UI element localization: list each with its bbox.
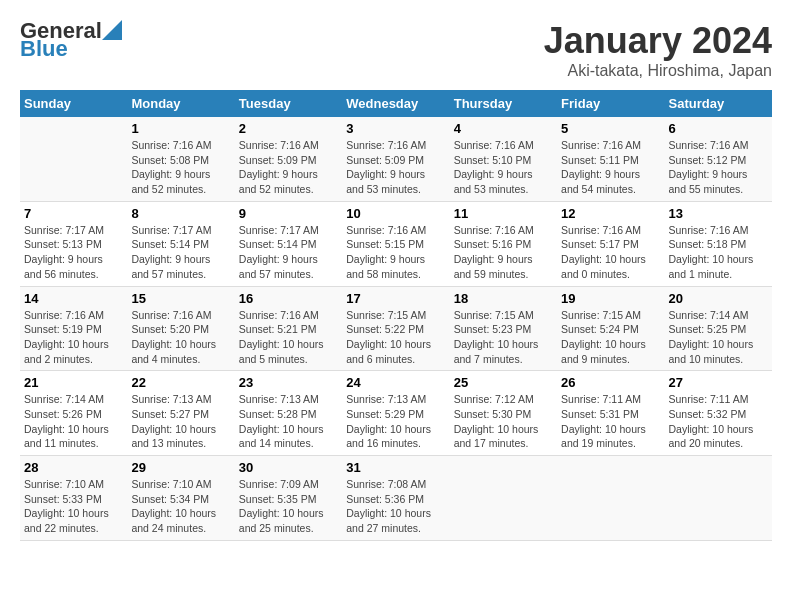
day-number: 28 (24, 460, 123, 475)
calendar-cell: 10Sunrise: 7:16 AM Sunset: 5:15 PM Dayli… (342, 201, 449, 286)
logo: General Blue (20, 20, 122, 60)
day-of-week-header: Thursday (450, 90, 557, 117)
day-number: 5 (561, 121, 660, 136)
day-info: Sunrise: 7:17 AM Sunset: 5:14 PM Dayligh… (131, 223, 230, 282)
day-number: 18 (454, 291, 553, 306)
calendar-cell: 3Sunrise: 7:16 AM Sunset: 5:09 PM Daylig… (342, 117, 449, 201)
day-info: Sunrise: 7:16 AM Sunset: 5:21 PM Dayligh… (239, 308, 338, 367)
calendar-cell (450, 456, 557, 541)
day-number: 19 (561, 291, 660, 306)
day-number: 9 (239, 206, 338, 221)
day-number: 29 (131, 460, 230, 475)
day-number: 20 (669, 291, 768, 306)
day-info: Sunrise: 7:15 AM Sunset: 5:24 PM Dayligh… (561, 308, 660, 367)
day-number: 30 (239, 460, 338, 475)
day-number: 12 (561, 206, 660, 221)
day-number: 3 (346, 121, 445, 136)
calendar-cell: 14Sunrise: 7:16 AM Sunset: 5:19 PM Dayli… (20, 286, 127, 371)
calendar-cell: 11Sunrise: 7:16 AM Sunset: 5:16 PM Dayli… (450, 201, 557, 286)
day-info: Sunrise: 7:16 AM Sunset: 5:12 PM Dayligh… (669, 138, 768, 197)
calendar-cell (665, 456, 772, 541)
day-number: 1 (131, 121, 230, 136)
day-info: Sunrise: 7:11 AM Sunset: 5:31 PM Dayligh… (561, 392, 660, 451)
day-info: Sunrise: 7:14 AM Sunset: 5:25 PM Dayligh… (669, 308, 768, 367)
day-info: Sunrise: 7:15 AM Sunset: 5:22 PM Dayligh… (346, 308, 445, 367)
day-number: 27 (669, 375, 768, 390)
calendar-cell (557, 456, 664, 541)
day-number: 7 (24, 206, 123, 221)
calendar-cell: 9Sunrise: 7:17 AM Sunset: 5:14 PM Daylig… (235, 201, 342, 286)
svg-marker-0 (102, 20, 122, 40)
day-number: 16 (239, 291, 338, 306)
calendar-cell: 27Sunrise: 7:11 AM Sunset: 5:32 PM Dayli… (665, 371, 772, 456)
calendar-cell: 19Sunrise: 7:15 AM Sunset: 5:24 PM Dayli… (557, 286, 664, 371)
calendar-cell: 23Sunrise: 7:13 AM Sunset: 5:28 PM Dayli… (235, 371, 342, 456)
day-of-week-header: Wednesday (342, 90, 449, 117)
day-info: Sunrise: 7:16 AM Sunset: 5:18 PM Dayligh… (669, 223, 768, 282)
logo-arrow-icon (102, 20, 122, 40)
day-info: Sunrise: 7:16 AM Sunset: 5:20 PM Dayligh… (131, 308, 230, 367)
page-header: General Blue January 2024 Aki-takata, Hi… (20, 20, 772, 80)
month-title: January 2024 (544, 20, 772, 62)
calendar-cell: 6Sunrise: 7:16 AM Sunset: 5:12 PM Daylig… (665, 117, 772, 201)
calendar-cell: 7Sunrise: 7:17 AM Sunset: 5:13 PM Daylig… (20, 201, 127, 286)
day-info: Sunrise: 7:16 AM Sunset: 5:19 PM Dayligh… (24, 308, 123, 367)
calendar-cell: 18Sunrise: 7:15 AM Sunset: 5:23 PM Dayli… (450, 286, 557, 371)
location-subtitle: Aki-takata, Hiroshima, Japan (544, 62, 772, 80)
calendar-table: SundayMondayTuesdayWednesdayThursdayFrid… (20, 90, 772, 541)
calendar-cell: 16Sunrise: 7:16 AM Sunset: 5:21 PM Dayli… (235, 286, 342, 371)
day-info: Sunrise: 7:08 AM Sunset: 5:36 PM Dayligh… (346, 477, 445, 536)
calendar-cell: 26Sunrise: 7:11 AM Sunset: 5:31 PM Dayli… (557, 371, 664, 456)
day-info: Sunrise: 7:10 AM Sunset: 5:34 PM Dayligh… (131, 477, 230, 536)
calendar-cell: 2Sunrise: 7:16 AM Sunset: 5:09 PM Daylig… (235, 117, 342, 201)
day-info: Sunrise: 7:10 AM Sunset: 5:33 PM Dayligh… (24, 477, 123, 536)
day-info: Sunrise: 7:14 AM Sunset: 5:26 PM Dayligh… (24, 392, 123, 451)
day-number: 11 (454, 206, 553, 221)
calendar-cell (20, 117, 127, 201)
day-info: Sunrise: 7:16 AM Sunset: 5:15 PM Dayligh… (346, 223, 445, 282)
day-info: Sunrise: 7:13 AM Sunset: 5:28 PM Dayligh… (239, 392, 338, 451)
calendar-cell: 25Sunrise: 7:12 AM Sunset: 5:30 PM Dayli… (450, 371, 557, 456)
day-info: Sunrise: 7:16 AM Sunset: 5:09 PM Dayligh… (346, 138, 445, 197)
day-info: Sunrise: 7:11 AM Sunset: 5:32 PM Dayligh… (669, 392, 768, 451)
day-of-week-header: Sunday (20, 90, 127, 117)
calendar-week-row: 28Sunrise: 7:10 AM Sunset: 5:33 PM Dayli… (20, 456, 772, 541)
calendar-cell: 21Sunrise: 7:14 AM Sunset: 5:26 PM Dayli… (20, 371, 127, 456)
calendar-cell: 1Sunrise: 7:16 AM Sunset: 5:08 PM Daylig… (127, 117, 234, 201)
day-number: 21 (24, 375, 123, 390)
calendar-cell: 8Sunrise: 7:17 AM Sunset: 5:14 PM Daylig… (127, 201, 234, 286)
day-info: Sunrise: 7:17 AM Sunset: 5:13 PM Dayligh… (24, 223, 123, 282)
calendar-cell: 29Sunrise: 7:10 AM Sunset: 5:34 PM Dayli… (127, 456, 234, 541)
calendar-week-row: 21Sunrise: 7:14 AM Sunset: 5:26 PM Dayli… (20, 371, 772, 456)
day-info: Sunrise: 7:13 AM Sunset: 5:27 PM Dayligh… (131, 392, 230, 451)
day-number: 4 (454, 121, 553, 136)
calendar-week-row: 1Sunrise: 7:16 AM Sunset: 5:08 PM Daylig… (20, 117, 772, 201)
calendar-cell: 31Sunrise: 7:08 AM Sunset: 5:36 PM Dayli… (342, 456, 449, 541)
calendar-cell: 15Sunrise: 7:16 AM Sunset: 5:20 PM Dayli… (127, 286, 234, 371)
calendar-header-row: SundayMondayTuesdayWednesdayThursdayFrid… (20, 90, 772, 117)
day-number: 24 (346, 375, 445, 390)
calendar-cell: 5Sunrise: 7:16 AM Sunset: 5:11 PM Daylig… (557, 117, 664, 201)
calendar-cell: 4Sunrise: 7:16 AM Sunset: 5:10 PM Daylig… (450, 117, 557, 201)
day-info: Sunrise: 7:12 AM Sunset: 5:30 PM Dayligh… (454, 392, 553, 451)
day-number: 23 (239, 375, 338, 390)
calendar-week-row: 14Sunrise: 7:16 AM Sunset: 5:19 PM Dayli… (20, 286, 772, 371)
calendar-cell: 20Sunrise: 7:14 AM Sunset: 5:25 PM Dayli… (665, 286, 772, 371)
day-number: 25 (454, 375, 553, 390)
day-info: Sunrise: 7:16 AM Sunset: 5:10 PM Dayligh… (454, 138, 553, 197)
day-of-week-header: Tuesday (235, 90, 342, 117)
title-block: January 2024 Aki-takata, Hiroshima, Japa… (544, 20, 772, 80)
day-info: Sunrise: 7:15 AM Sunset: 5:23 PM Dayligh… (454, 308, 553, 367)
day-number: 10 (346, 206, 445, 221)
day-info: Sunrise: 7:16 AM Sunset: 5:11 PM Dayligh… (561, 138, 660, 197)
calendar-cell: 13Sunrise: 7:16 AM Sunset: 5:18 PM Dayli… (665, 201, 772, 286)
calendar-cell: 28Sunrise: 7:10 AM Sunset: 5:33 PM Dayli… (20, 456, 127, 541)
day-info: Sunrise: 7:16 AM Sunset: 5:09 PM Dayligh… (239, 138, 338, 197)
day-of-week-header: Monday (127, 90, 234, 117)
day-of-week-header: Saturday (665, 90, 772, 117)
calendar-cell: 17Sunrise: 7:15 AM Sunset: 5:22 PM Dayli… (342, 286, 449, 371)
day-number: 17 (346, 291, 445, 306)
day-number: 22 (131, 375, 230, 390)
day-info: Sunrise: 7:16 AM Sunset: 5:08 PM Dayligh… (131, 138, 230, 197)
calendar-cell: 12Sunrise: 7:16 AM Sunset: 5:17 PM Dayli… (557, 201, 664, 286)
